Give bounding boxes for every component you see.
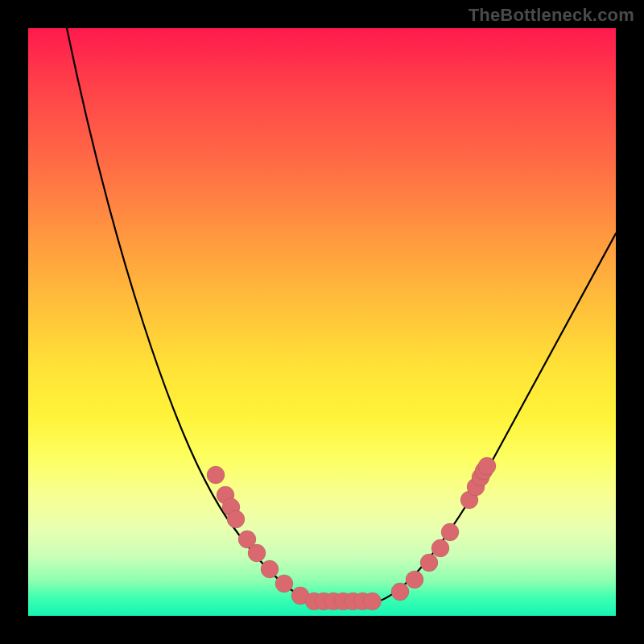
chart-frame: TheBottleneck.com bbox=[0, 0, 644, 644]
marker-right-9 bbox=[478, 457, 496, 475]
marker-right-2 bbox=[420, 554, 438, 572]
marker-right-0 bbox=[391, 583, 409, 601]
marker-left-5 bbox=[248, 544, 266, 562]
marker-left-7 bbox=[275, 575, 293, 592]
marker-right-3 bbox=[431, 539, 449, 557]
marker-right-4 bbox=[441, 523, 459, 541]
marker-left-6 bbox=[261, 560, 279, 578]
markers-left-group bbox=[207, 466, 309, 605]
chart-svg bbox=[28, 28, 616, 616]
markers-right-group bbox=[391, 457, 496, 601]
curve-left bbox=[67, 28, 314, 601]
marker-flat-6 bbox=[364, 592, 382, 610]
curve-right bbox=[378, 233, 616, 601]
marker-right-1 bbox=[406, 571, 423, 588]
marker-left-3 bbox=[227, 510, 245, 528]
plot-area bbox=[28, 28, 616, 616]
markers-flat-group bbox=[305, 592, 382, 610]
watermark-text: TheBottleneck.com bbox=[469, 5, 634, 26]
marker-left-0 bbox=[207, 466, 225, 484]
